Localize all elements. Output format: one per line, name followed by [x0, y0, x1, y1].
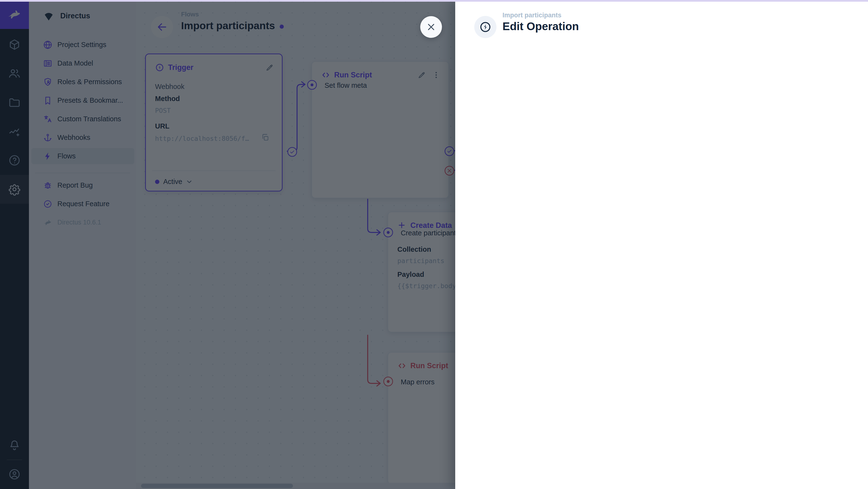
operation-icon-badge: [474, 16, 496, 38]
directus-app: Directus Project SettingsData ModelRoles…: [0, 0, 868, 489]
top-window-strip: [0, 0, 868, 2]
close-icon: [426, 22, 436, 32]
drawer-breadcrumb[interactable]: Import participants: [502, 11, 562, 19]
bolt-circle-icon: [479, 21, 492, 33]
drawer-title: Edit Operation: [502, 20, 579, 33]
close-drawer-button[interactable]: [420, 16, 442, 38]
drawer-overlay[interactable]: [0, 0, 455, 489]
edit-operation-drawer: Import participants Edit Operation Name …: [455, 0, 868, 489]
